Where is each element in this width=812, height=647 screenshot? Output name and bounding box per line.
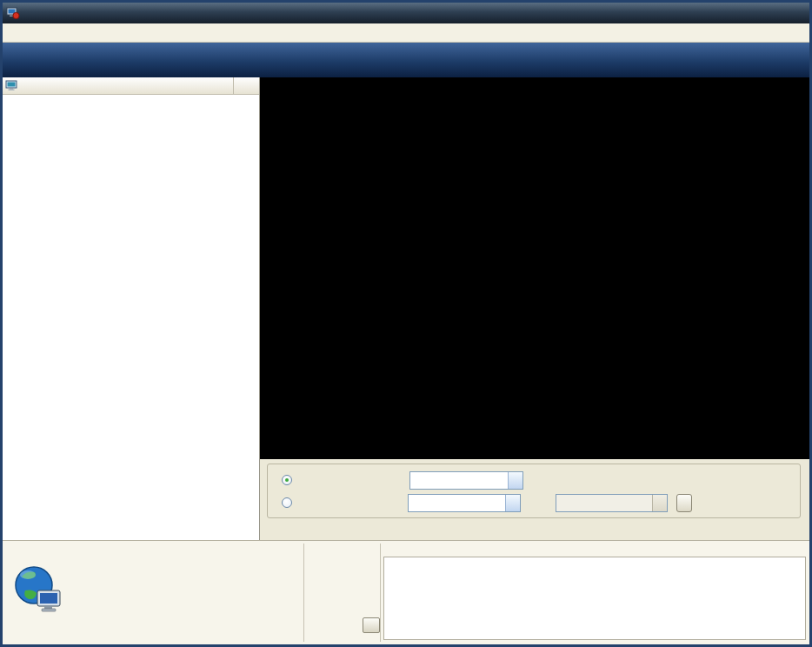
range-radio[interactable] [282, 497, 292, 508]
menu-bar [3, 23, 809, 43]
panel-divider [303, 544, 304, 642]
tree-header-icon [5, 80, 19, 91]
temperature-chart [260, 77, 809, 457]
computer-disks-panel [3, 77, 260, 540]
status-panel [3, 540, 809, 644]
right-panel [260, 77, 809, 540]
computer-tree [3, 95, 259, 540]
radio-dot-icon [285, 478, 289, 482]
main-area [3, 77, 809, 540]
tree-header[interactable] [3, 77, 259, 95]
dropdown-arrow-icon[interactable] [505, 495, 520, 511]
view-radio[interactable] [282, 475, 292, 485]
panel-divider [380, 544, 381, 642]
view-period-select[interactable] [409, 471, 523, 490]
tree-header-temp-column [233, 77, 259, 94]
from-datetime-picker[interactable] [408, 494, 521, 512]
tab-bar [260, 518, 809, 542]
update-button[interactable] [676, 494, 692, 512]
dropdown-arrow-icon[interactable] [508, 472, 522, 489]
to-datetime-picker[interactable] [556, 494, 668, 512]
period-groupbox [267, 464, 801, 518]
dropdown-arrow-icon[interactable] [652, 495, 667, 511]
toolbar [3, 43, 809, 77]
app-window [0, 0, 812, 647]
fahrenheit-toggle-button[interactable] [363, 617, 380, 633]
computer-globe-icon [13, 564, 63, 614]
app-icon [6, 6, 20, 20]
title-bar[interactable] [3, 3, 809, 23]
temperature-graph-area [260, 77, 809, 459]
volumes-table [383, 557, 806, 640]
